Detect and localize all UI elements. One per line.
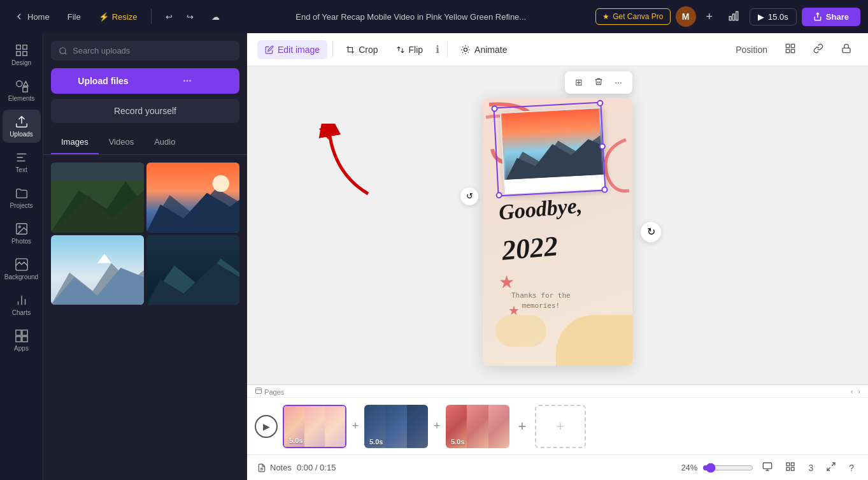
design-card[interactable]: ⊞ ··· [483, 98, 632, 366]
add-collaborator-button[interactable]: + [701, 8, 718, 26]
canvas-wrapper[interactable]: ⊞ ··· [247, 66, 868, 384]
svg-rect-6 [22, 52, 26, 55]
slide-count-button[interactable]: 3 [804, 460, 817, 476]
timeline-clip-1[interactable]: 5.0s [283, 405, 346, 448]
notes-label: Notes [270, 463, 292, 472]
image-thumb-4[interactable] [146, 235, 239, 305]
avatar[interactable]: M [676, 6, 696, 27]
svg-marker-8 [23, 82, 27, 86]
svg-rect-57 [786, 467, 790, 470]
sidebar-item-uploads[interactable]: Uploads [3, 110, 41, 143]
sidebar-background-label: Background [4, 273, 38, 280]
play-time-label: 15.0s [768, 12, 788, 22]
undo-button[interactable]: ↩ [159, 8, 179, 25]
tab-images-label: Images [61, 137, 89, 147]
more-options-button[interactable]: ··· [609, 74, 627, 91]
help-button[interactable]: ? [845, 460, 858, 476]
home-label: Home [27, 12, 50, 22]
canva-pro-button[interactable]: ★ Get Canva Pro [595, 8, 670, 25]
status-right: 24% 3 ? [681, 459, 858, 476]
share-button[interactable]: Share [802, 8, 860, 26]
rotate-left-handle[interactable]: ↺ [460, 187, 478, 205]
info-button[interactable]: ℹ [433, 41, 442, 58]
edit-toolbar: Edit image Crop Flip ℹ Animate Position [247, 33, 868, 66]
play-button[interactable]: ▶ [255, 415, 278, 438]
image-thumb-3[interactable] [51, 235, 144, 305]
sidebar-item-projects[interactable]: Projects [3, 181, 41, 214]
fullscreen-button[interactable] [822, 459, 840, 476]
year-text: 2022 [501, 230, 559, 266]
status-bar: Notes 0:00 / 0:15 24% 3 ? [247, 455, 868, 480]
play-time-button[interactable]: ▶ 15.0s [750, 8, 797, 25]
position-button[interactable]: Position [729, 41, 774, 59]
expand-button[interactable]: ⊞ [570, 74, 588, 91]
record-yourself-button[interactable]: Record yourself [51, 99, 239, 123]
clip3-label: 5.0s [451, 438, 464, 446]
timeline-clip-3[interactable]: 5.0s [446, 405, 509, 448]
sidebar-item-charts[interactable]: Charts [3, 288, 41, 321]
delete-element-button[interactable] [589, 74, 608, 91]
clip1-label: 5.0s [289, 437, 302, 444]
grid-view-button[interactable] [781, 459, 799, 476]
zoom-slider[interactable] [702, 463, 753, 473]
sidebar-item-design[interactable]: Design [3, 38, 41, 71]
sidebar-text-label: Text [15, 166, 27, 173]
position-label: Position [736, 45, 767, 55]
crop-button[interactable]: Crop [338, 40, 385, 59]
media-tabs: Images Videos Audio [43, 131, 247, 155]
home-button[interactable]: Home [8, 8, 56, 25]
svg-rect-1 [733, 14, 735, 20]
main-area: Design Elements Uploads Text Projects Ph… [0, 33, 868, 480]
timeline-clip-2[interactable]: 5.0s [364, 405, 428, 448]
share-label: Share [826, 12, 849, 22]
rotate-handle[interactable]: ↻ [641, 222, 661, 242]
fit-screen-button[interactable] [758, 459, 776, 476]
cloud-save-button[interactable]: ☁ [205, 8, 226, 25]
arrange-icon [785, 43, 795, 54]
tab-images[interactable]: Images [51, 131, 99, 154]
add-clip-button[interactable]: + [535, 405, 586, 448]
top-navigation: Home File ⚡ Resize ↩ ↪ ☁ End of Year Rec… [0, 0, 868, 33]
clip-plus-2[interactable]: + [428, 419, 446, 433]
clip-plus-1[interactable]: + [346, 419, 364, 433]
analytics-button[interactable] [723, 8, 744, 26]
polaroid-frame[interactable] [500, 106, 606, 194]
edit-image-label: Edit image [278, 45, 320, 55]
link-button[interactable] [807, 40, 830, 59]
card-text-year: 2022 [501, 229, 559, 266]
resize-button[interactable]: ⚡ Resize [92, 8, 144, 25]
animate-button[interactable]: Animate [453, 40, 515, 59]
animate-label: Animate [474, 45, 507, 55]
svg-marker-44 [319, 126, 334, 141]
image-thumb-2[interactable] [146, 163, 239, 233]
canva-pro-label: Get Canva Pro [613, 12, 663, 21]
sidebar-item-background[interactable]: Background [3, 252, 41, 286]
sidebar-item-elements[interactable]: Elements [3, 74, 41, 107]
timeline-scroll-right[interactable]: › [858, 388, 860, 395]
polaroid-image [501, 108, 604, 180]
tab-audio[interactable]: Audio [144, 131, 185, 154]
resize-label: Resize [112, 12, 138, 22]
upload-files-button[interactable]: Upload files ··· [51, 68, 239, 94]
timeline-scroll-left[interactable]: ‹ [851, 388, 853, 395]
flip-button[interactable]: Flip [388, 40, 431, 59]
sidebar-item-text[interactable]: Text [3, 145, 41, 178]
search-input[interactable] [73, 46, 232, 55]
pages-button[interactable]: Pages [255, 387, 284, 396]
redo-button[interactable]: ↪ [180, 8, 200, 25]
edit-image-button[interactable]: Edit image [257, 40, 327, 59]
notes-button[interactable]: Notes [257, 463, 292, 472]
image-thumb-1[interactable] [51, 163, 144, 233]
file-button[interactable]: File [61, 8, 87, 25]
svg-point-37 [464, 48, 467, 51]
arrange-button[interactable] [779, 40, 802, 59]
svg-rect-17 [22, 330, 27, 335]
tab-videos[interactable]: Videos [99, 131, 145, 154]
tab-videos-label: Videos [109, 137, 134, 147]
sidebar-item-apps[interactable]: Apps [3, 324, 41, 357]
play-icon: ▶ [263, 421, 270, 432]
sidebar-item-photos[interactable]: Photos [3, 217, 41, 250]
clip-plus-3[interactable]: + [509, 418, 535, 435]
svg-rect-16 [15, 330, 20, 335]
lock-button[interactable] [835, 40, 858, 59]
